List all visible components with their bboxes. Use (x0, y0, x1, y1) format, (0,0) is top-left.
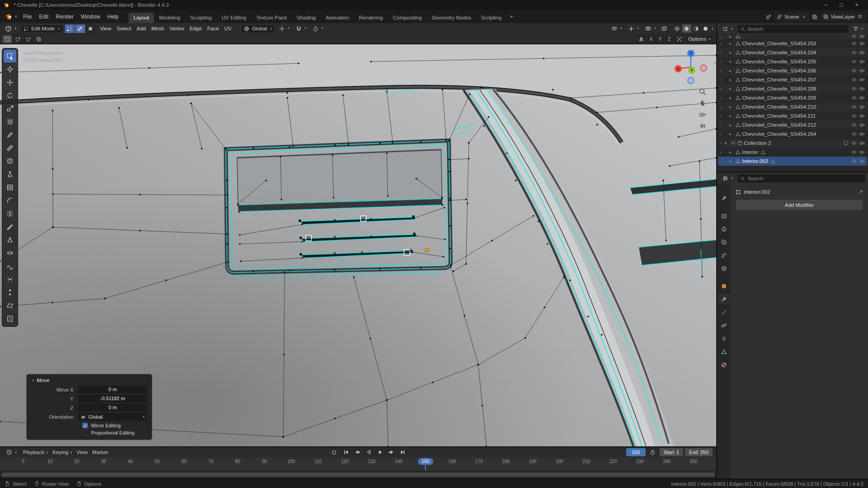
hide-viewport-eye-icon[interactable] (850, 86, 857, 91)
outliner-row[interactable]: ▸Chevrolet_Chevelle_SS454.210 (718, 102, 867, 111)
menu-file[interactable]: File (19, 12, 35, 22)
workspace-tab-texture-paint[interactable]: Texture Paint (251, 13, 292, 23)
shading-wireframe-button[interactable] (673, 24, 682, 33)
workspace-tab-shading[interactable]: Shading (292, 13, 321, 23)
shading-material-button[interactable] (692, 24, 701, 33)
mirror-y-button[interactable]: Y (656, 35, 664, 43)
hide-viewport-eye-icon[interactable] (850, 50, 857, 55)
disable-render-camera-icon[interactable] (858, 140, 865, 146)
menu-help[interactable]: Help (104, 12, 122, 22)
shading-rendered-button[interactable] (701, 24, 710, 33)
3d-viewport[interactable]: User Perspective (150) Interior.002 ZXY … (0, 44, 716, 446)
expand-icon[interactable]: ▸ (729, 105, 734, 109)
add-modifier-button[interactable]: Add Modifier (736, 200, 863, 210)
tool-cursor-button[interactable] (4, 63, 16, 76)
select-mode-edge-button[interactable] (75, 24, 85, 33)
disable-render-camera-icon[interactable] (858, 86, 865, 91)
collapse-icon[interactable]: ▾ (32, 378, 34, 383)
select-subtract-mode-button[interactable] (24, 35, 33, 43)
select-set-mode-button[interactable] (3, 35, 12, 43)
screen-toggle-icon[interactable] (842, 140, 849, 146)
workspace-tab-animation[interactable]: Animation (321, 13, 354, 23)
workspace-tab-rendering[interactable]: Rendering (354, 13, 388, 23)
outliner-row[interactable]: ▾✓Collection 2 (718, 139, 867, 148)
tool-measure-button[interactable] (4, 142, 16, 154)
disable-render-camera-icon[interactable] (858, 149, 865, 155)
timeline-menu-marker[interactable]: Marker (90, 448, 111, 456)
properties-search-input[interactable]: Search (738, 174, 865, 182)
expand-icon[interactable]: ▸ (729, 35, 734, 39)
select-extend-mode-button[interactable] (13, 35, 22, 43)
properties-editor-type-button[interactable]: ▾ (720, 174, 735, 182)
expand-icon[interactable]: ▾ (725, 141, 729, 145)
expand-icon[interactable]: ▸ (729, 59, 734, 64)
pivot-point-button[interactable]: ▾ (277, 24, 292, 33)
horizontal-scrollbar-handle[interactable] (1, 473, 715, 477)
expand-icon[interactable]: ▸ (729, 86, 734, 91)
close-button[interactable]: × (849, 0, 864, 10)
properties-tab-view-layer[interactable] (718, 237, 730, 247)
move-field-value[interactable]: -0.51182 m (78, 395, 147, 402)
disable-render-camera-icon[interactable] (858, 77, 865, 82)
play-reverse-button[interactable] (364, 448, 374, 456)
tool-shear-button[interactable] (4, 299, 16, 312)
tool-inset-faces-button[interactable] (4, 181, 16, 194)
workspace-tab-scripting[interactable]: Scripting (476, 13, 506, 23)
expand-icon[interactable]: ▸ (729, 41, 734, 46)
hide-viewport-eye-icon[interactable] (850, 35, 857, 39)
disable-render-camera-icon[interactable] (858, 50, 865, 55)
hide-viewport-eye-icon[interactable] (850, 59, 857, 64)
previous-keyframe-button[interactable] (352, 448, 363, 456)
properties-tab-particles[interactable] (718, 307, 730, 317)
snap-button[interactable]: ▾ (294, 24, 309, 33)
disable-render-camera-icon[interactable] (858, 59, 865, 64)
tool-bevel-button[interactable] (4, 194, 16, 207)
properties-tab-material[interactable] (718, 359, 730, 370)
tool-smooth-button[interactable] (4, 260, 16, 273)
properties-tab-output[interactable] (718, 224, 730, 234)
viewport-menu-select[interactable]: Select (114, 24, 134, 33)
tool-poly-build-button[interactable] (4, 234, 16, 246)
hide-viewport-eye-icon[interactable] (850, 113, 857, 119)
maximize-button[interactable]: □ (834, 0, 849, 10)
timeline-menu-playback[interactable]: Playback▾ (21, 448, 50, 456)
mode-dropdown[interactable]: Edit Mode ▾ (20, 24, 63, 33)
properties-tab-world[interactable] (718, 263, 730, 273)
toggle-proportional-editing[interactable]: ✓Proportional Editing (82, 430, 147, 435)
timeline-editor-type-button[interactable]: ▾ (4, 448, 19, 456)
disable-render-camera-icon[interactable] (858, 95, 865, 100)
expand-icon[interactable]: ▸ (729, 114, 734, 118)
tool-move-button[interactable] (4, 76, 16, 89)
next-keyframe-button[interactable] (386, 448, 397, 456)
unlink-scene-button[interactable]: × (801, 14, 806, 19)
jump-to-end-button[interactable] (398, 448, 408, 456)
outliner-row[interactable]: ▸Chevrolet_Chevelle_SS454.203 (718, 39, 867, 48)
outliner-row[interactable]: ▸Chevrolet_Chevelle_SS454.207 (718, 75, 867, 84)
properties-tab-constraints[interactable] (718, 333, 730, 344)
current-frame-field[interactable]: 150 (626, 448, 645, 456)
tool-scale-button[interactable] (4, 102, 16, 115)
timeline-menu-view[interactable]: View (74, 448, 90, 456)
outliner-row[interactable]: ▸Chevrolet_Chevelle_SS454.208 (718, 84, 867, 93)
workspace-tab-sculpting[interactable]: Sculpting (185, 13, 217, 23)
move-field-value[interactable]: 0 m (78, 386, 147, 393)
hide-viewport-eye-icon[interactable] (850, 158, 857, 164)
tool-add-cube-button[interactable] (4, 155, 16, 167)
disable-render-camera-icon[interactable] (858, 122, 865, 128)
expand-icon[interactable]: ▸ (729, 150, 734, 154)
mirror-z-button[interactable]: Z (665, 35, 673, 43)
hide-viewport-eye-icon[interactable] (850, 41, 857, 46)
viewport-menu-uv[interactable]: UV (222, 24, 234, 33)
hide-viewport-eye-icon[interactable] (850, 149, 857, 155)
outliner-row[interactable]: ▸Chevrolet_Chevelle_SS454.212 (718, 120, 867, 129)
viewport-menu-edge[interactable]: Edge (187, 24, 205, 33)
disable-render-camera-icon[interactable] (858, 131, 865, 137)
tool-spin-button[interactable] (4, 247, 16, 259)
timeline-menu-keying[interactable]: Keying▾ (50, 448, 74, 456)
workspace-tab-layout[interactable]: Layout (129, 13, 154, 23)
disable-render-camera-icon[interactable] (858, 35, 865, 39)
disable-render-camera-icon[interactable] (858, 158, 865, 164)
workspace-tab-geometry-nodes[interactable]: Geometry Nodes (427, 13, 476, 23)
outliner-editor-type-button[interactable]: ▾ (720, 24, 735, 33)
hide-viewport-eye-icon[interactable] (850, 122, 857, 128)
